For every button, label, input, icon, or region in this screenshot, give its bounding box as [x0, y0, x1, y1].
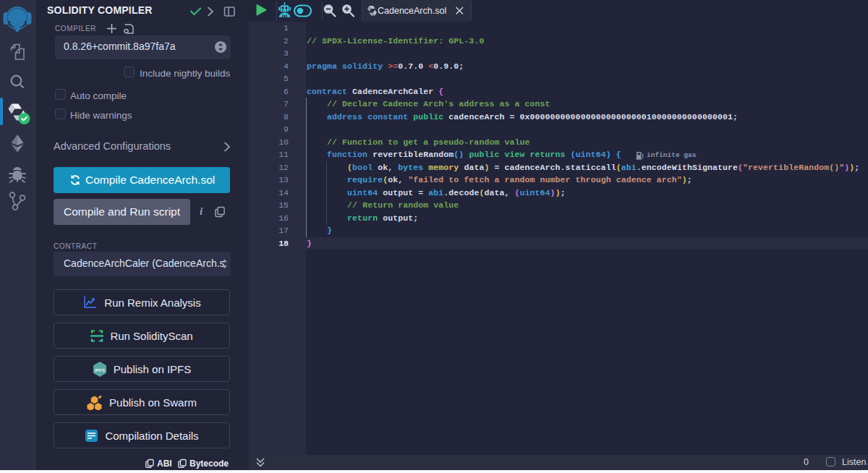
svg-text:IPFS: IPFS — [95, 367, 105, 372]
